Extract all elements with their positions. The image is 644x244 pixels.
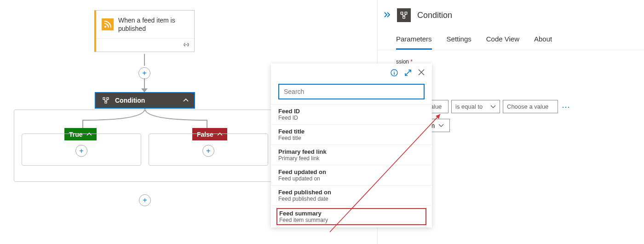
item-desc: Feed ID <box>278 115 425 121</box>
svg-point-0 <box>104 26 106 28</box>
svg-rect-4 <box>401 12 403 14</box>
item-title: Primary feed link <box>278 148 425 155</box>
tab-settings[interactable]: Settings <box>447 30 472 50</box>
info-icon[interactable] <box>391 69 398 78</box>
item-desc: Feed published date <box>278 196 425 202</box>
item-desc: Feed title <box>278 135 425 141</box>
add-action-true-button[interactable]: + <box>75 145 87 157</box>
connection-icon[interactable] <box>183 42 190 48</box>
tab-code-view[interactable]: Code View <box>486 30 519 50</box>
svg-rect-2 <box>107 98 109 99</box>
chevron-down-icon <box>438 124 444 128</box>
svg-rect-6 <box>403 16 405 18</box>
panel-tabs: Parameters Settings Code View About <box>378 30 644 50</box>
operator-select[interactable]: is equal to <box>451 100 500 113</box>
svg-rect-5 <box>405 12 407 14</box>
right-operand-input[interactable]: Choose a value <box>503 100 558 113</box>
trigger-label: When a feed item is published <box>118 16 189 33</box>
dynamic-content-item[interactable]: Feed IDFeed ID <box>271 104 432 124</box>
chevron-down-icon <box>490 105 496 109</box>
add-step-after-button[interactable]: + <box>139 194 151 206</box>
dynamic-content-item[interactable]: Feed summaryFeed item summary <box>271 205 432 227</box>
item-title: Feed summary <box>279 210 424 217</box>
trigger-card[interactable]: When a feed item is published <box>94 10 195 52</box>
search-input[interactable] <box>279 85 424 99</box>
item-title: Feed ID <box>278 108 425 115</box>
dynamic-content-item[interactable]: Feed published onFeed published date <box>271 185 432 205</box>
dynamic-content-item[interactable]: Primary feed linkPrimary feed link <box>271 145 432 165</box>
add-action-false-button[interactable]: + <box>202 145 214 157</box>
true-branch-box: + <box>22 134 141 166</box>
condition-icon <box>397 8 411 22</box>
false-branch-box: + <box>149 134 268 166</box>
svg-rect-1 <box>103 98 105 99</box>
item-desc: Feed updated on <box>278 175 425 182</box>
item-desc: Feed item summary <box>279 217 424 223</box>
dynamic-content-list[interactable]: Feed IDFeed IDFeed titleFeed titlePrimar… <box>271 104 432 227</box>
svg-rect-3 <box>105 101 107 103</box>
item-title: Feed updated on <box>278 168 425 175</box>
dynamic-content-item[interactable]: Feed updated onFeed updated on <box>271 165 432 185</box>
connector-line <box>144 54 145 66</box>
expand-icon[interactable] <box>404 69 412 78</box>
condition-label: Condition <box>115 97 178 104</box>
chevron-up-icon[interactable] <box>183 97 189 104</box>
item-desc: Primary feed link <box>278 155 425 162</box>
tab-parameters[interactable]: Parameters <box>396 30 432 50</box>
dynamic-content-item[interactable]: Feed titleFeed title <box>271 124 432 145</box>
condition-icon <box>101 96 110 105</box>
panel-title: Condition <box>417 11 452 20</box>
dynamic-content-search[interactable] <box>278 84 425 99</box>
row-more-icon[interactable]: ⋯ <box>561 102 572 112</box>
rss-icon <box>102 18 114 30</box>
item-title: Feed title <box>278 128 425 135</box>
item-title: Feed published on <box>278 189 425 196</box>
dynamic-content-popup: Feed IDFeed IDFeed titleFeed titlePrimar… <box>271 64 432 227</box>
collapse-panel-icon[interactable] <box>384 12 391 19</box>
tab-about[interactable]: About <box>534 30 552 50</box>
condition-card[interactable]: Condition <box>95 92 195 109</box>
close-icon[interactable] <box>418 69 425 78</box>
add-step-button[interactable]: + <box>138 67 150 79</box>
